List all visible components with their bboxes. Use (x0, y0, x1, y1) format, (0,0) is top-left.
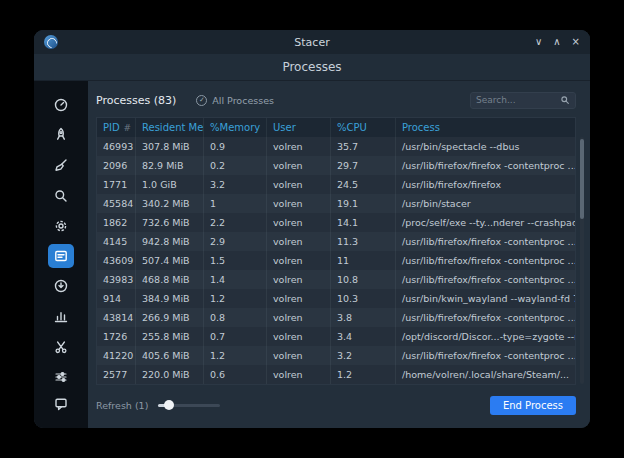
table-body: 46993 307.8 MiB 0.9 volren 35.7 /usr/bin… (97, 137, 575, 384)
end-process-button[interactable]: End Process (490, 396, 576, 415)
sidebar-item-startup-apps[interactable] (48, 123, 74, 147)
sidebar-item-system-cleaner[interactable] (48, 153, 74, 177)
gear-icon (53, 218, 69, 234)
table-row[interactable]: 43814 266.9 MiB 0.8 volren 3.8 /usr/lib/… (97, 308, 575, 327)
stacer-window: Stacer ∨ ∧ × Processes (34, 30, 590, 428)
sort-indicator: # (123, 123, 131, 133)
table-row[interactable]: 1862 732.6 MiB 2.2 volren 14.1 /proc/sel… (97, 213, 575, 232)
search-icon (560, 95, 570, 105)
broom-icon (53, 157, 69, 173)
maximize-button[interactable]: ∧ (553, 30, 560, 54)
scissors-icon (53, 339, 69, 355)
scrollbar-thumb[interactable] (580, 139, 584, 219)
search-box (470, 92, 576, 109)
column-header-user[interactable]: User (267, 118, 331, 137)
sidebar-item-search[interactable] (48, 184, 74, 208)
table-row[interactable]: 45584 340.2 MiB 1 volren 19.1 /usr/bin/s… (97, 194, 575, 213)
processes-icon (53, 248, 69, 264)
sidebar (34, 81, 88, 428)
table-row[interactable]: 41220 405.6 MiB 1.2 volren 3.2 /usr/lib/… (97, 346, 575, 365)
table-row[interactable]: 1726 255.8 MiB 0.7 volren 3.4 /opt/disco… (97, 327, 575, 346)
table-row[interactable]: 2577 220.0 MiB 0.6 volren 1.2 /home/volr… (97, 365, 575, 384)
dashboard-gauge-icon (53, 97, 69, 113)
processes-toolbar: Processes (83) ✓ All Processes (96, 90, 576, 110)
chart-icon (53, 308, 69, 324)
table-header-row: PID # Resident Mem %Memory User %CPU Pro… (97, 118, 575, 137)
refresh-label: Refresh (1) (96, 400, 148, 411)
uninstaller-icon (53, 278, 69, 294)
check-circle-icon: ✓ (196, 95, 207, 106)
minimize-button[interactable]: ∨ (535, 30, 542, 54)
titlebar: Stacer ∨ ∧ × (34, 30, 590, 54)
all-processes-checkbox[interactable]: ✓ All Processes (196, 95, 274, 106)
table-row[interactable]: 4145 942.8 MiB 2.9 volren 11.3 /usr/lib/… (97, 232, 575, 251)
processes-heading: Processes (83) (96, 94, 176, 107)
sidebar-item-resources[interactable] (48, 304, 74, 328)
search-input[interactable] (476, 95, 560, 105)
rocket-icon (53, 127, 69, 143)
process-table: PID # Resident Mem %Memory User %CPU Pro… (96, 117, 576, 385)
close-button[interactable]: × (572, 30, 580, 54)
sidebar-item-services[interactable] (48, 214, 74, 238)
column-header-process[interactable]: Process (396, 118, 575, 137)
sidebar-item-feedback[interactable] (48, 392, 74, 416)
column-header-pid[interactable]: PID # (97, 118, 136, 137)
sliders-icon (53, 369, 69, 385)
table-row[interactable]: 46993 307.8 MiB 0.9 volren 35.7 /usr/bin… (97, 137, 575, 156)
table-row[interactable]: 43983 468.8 MiB 1.4 volren 10.8 /usr/lib… (97, 270, 575, 289)
footer-bar: Refresh (1) End Process (96, 395, 576, 415)
all-processes-label: All Processes (212, 95, 274, 106)
page-title: Processes (34, 54, 590, 81)
main-content: Processes (83) ✓ All Processes PID # Res… (88, 81, 590, 428)
column-header-resident-mem[interactable]: Resident Mem (136, 118, 204, 137)
sidebar-item-dashboard[interactable] (48, 93, 74, 117)
sidebar-item-helpers[interactable] (48, 335, 74, 359)
refresh-interval-slider[interactable] (158, 404, 220, 407)
window-title: Stacer (34, 36, 590, 49)
sidebar-item-uninstaller[interactable] (48, 274, 74, 298)
table-scrollbar[interactable] (580, 137, 584, 384)
table-row[interactable]: 914 384.9 MiB 1.2 volren 10.3 /usr/bin/k… (97, 289, 575, 308)
table-row[interactable]: 1771 1.0 GiB 3.2 volren 24.5 /usr/lib/fi… (97, 175, 575, 194)
column-header-percent-cpu[interactable]: %CPU (331, 118, 396, 137)
sidebar-item-processes[interactable] (48, 244, 74, 268)
feedback-bubble-icon (53, 396, 69, 412)
table-row[interactable]: 43609 507.4 MiB 1.5 volren 11 /usr/lib/f… (97, 251, 575, 270)
search-icon (53, 188, 69, 204)
slider-handle[interactable] (164, 400, 174, 410)
sidebar-item-settings[interactable] (48, 365, 74, 389)
table-row[interactable]: 2096 82.9 MiB 0.2 volren 29.7 /usr/lib/f… (97, 156, 575, 175)
column-header-percent-memory[interactable]: %Memory (204, 118, 267, 137)
